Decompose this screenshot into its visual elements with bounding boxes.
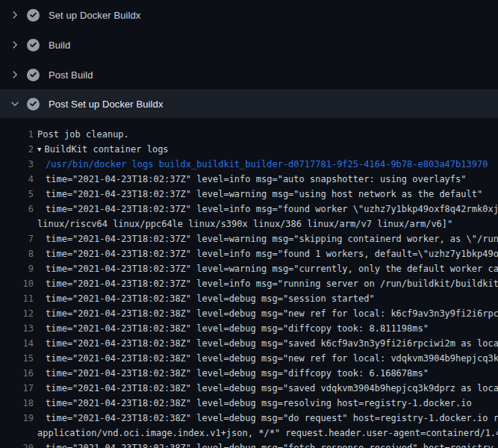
check-circle-icon bbox=[27, 39, 40, 52]
log-line-text: time="2021-04-23T18:02:38Z" level=debug … bbox=[46, 321, 429, 336]
check-circle-icon bbox=[27, 9, 40, 22]
log-line-text: application/vnd.oci.image.index.v1+json,… bbox=[37, 426, 498, 441]
step-header-expanded[interactable]: Post Set up Docker Buildx bbox=[0, 90, 498, 118]
log-line-number[interactable]: 13 bbox=[0, 321, 34, 336]
log-command-text: /usr/bin/docker logs buildx_buildkit_bui… bbox=[46, 157, 488, 172]
log-line: 2▼BuildKit container logs bbox=[0, 142, 498, 157]
log-line: 15time="2021-04-23T18:02:38Z" level=debu… bbox=[0, 351, 498, 366]
log-line-text: time="2021-04-23T18:02:38Z" level=debug … bbox=[46, 441, 498, 448]
log-line-text: time="2021-04-23T18:02:37Z" level=info m… bbox=[46, 202, 498, 217]
step-header[interactable]: Post Build bbox=[0, 60, 498, 90]
log-line-text: time="2021-04-23T18:02:38Z" level=debug … bbox=[46, 291, 375, 306]
log-line: 20time="2021-04-23T18:02:38Z" level=debu… bbox=[0, 441, 498, 448]
log-group-label: BuildKit container logs bbox=[44, 144, 168, 155]
log-line: 3/usr/bin/docker logs buildx_buildkit_bu… bbox=[0, 157, 498, 172]
log-line-number[interactable]: 17 bbox=[0, 381, 34, 396]
log-line-text: linux/riscv64 linux/ppc64le linux/s390x … bbox=[37, 217, 452, 231]
step-header[interactable]: Set up Docker Buildx bbox=[0, 0, 498, 30]
log-line: 10time="2021-04-23T18:02:37Z" level=info… bbox=[0, 276, 498, 291]
log-line-number[interactable]: 9 bbox=[0, 261, 34, 276]
log-line-text: time="2021-04-23T18:02:38Z" level=debug … bbox=[46, 366, 429, 381]
log-line-text: time="2021-04-23T18:02:37Z" level=info m… bbox=[46, 172, 467, 187]
log-line: 6time="2021-04-23T18:02:37Z" level=info … bbox=[0, 202, 498, 217]
log-line: 13time="2021-04-23T18:02:38Z" level=debu… bbox=[0, 321, 498, 336]
log-line-text: time="2021-04-23T18:02:37Z" level=warnin… bbox=[46, 231, 498, 246]
chevron-right-icon bbox=[9, 39, 21, 51]
log-line-number[interactable]: 7 bbox=[0, 231, 34, 246]
log-line-number[interactable]: 8 bbox=[0, 246, 34, 261]
chevron-down-icon bbox=[9, 98, 21, 110]
log-line-number[interactable]: 6 bbox=[0, 202, 34, 217]
log-line-text: time="2021-04-23T18:02:37Z" level=warnin… bbox=[46, 261, 498, 276]
log-line-text: time="2021-04-23T18:02:38Z" level=debug … bbox=[46, 351, 498, 366]
log-line: 5time="2021-04-23T18:02:37Z" level=warni… bbox=[0, 187, 498, 202]
log-line: 16time="2021-04-23T18:02:38Z" level=debu… bbox=[0, 366, 498, 381]
log-line-number[interactable]: 3 bbox=[0, 157, 34, 172]
step-title: Set up Docker Buildx bbox=[49, 10, 140, 21]
log-line-text: Post job cleanup. bbox=[37, 127, 129, 142]
log-line-number[interactable]: 20 bbox=[0, 441, 34, 448]
log-line-number[interactable]: 2 bbox=[0, 142, 34, 157]
log-line: 7time="2021-04-23T18:02:37Z" level=warni… bbox=[0, 231, 498, 246]
log-line-number[interactable]: 1 bbox=[0, 127, 34, 142]
log-line-text: time="2021-04-23T18:02:38Z" level=debug … bbox=[46, 411, 498, 426]
group-expanded-triangle-icon: ▼ bbox=[37, 142, 41, 157]
check-circle-icon bbox=[27, 69, 40, 81]
log-line: linux/riscv64 linux/ppc64le linux/s390x … bbox=[0, 217, 498, 231]
log-line-text: time="2021-04-23T18:02:38Z" level=debug … bbox=[46, 336, 498, 351]
log-line-text: time="2021-04-23T18:02:37Z" level=warnin… bbox=[46, 187, 482, 202]
log-line: 4time="2021-04-23T18:02:37Z" level=info … bbox=[0, 172, 498, 187]
log-lines: 1Post job cleanup.2▼BuildKit container l… bbox=[0, 118, 498, 448]
log-line: 18time="2021-04-23T18:02:38Z" level=debu… bbox=[0, 396, 498, 411]
step-title: Post Set up Docker Buildx bbox=[49, 99, 164, 110]
log-line: 19time="2021-04-23T18:02:38Z" level=debu… bbox=[0, 411, 498, 426]
chevron-right-icon bbox=[9, 69, 21, 81]
log-line-text: time="2021-04-23T18:02:38Z" level=debug … bbox=[46, 396, 472, 411]
log-line-number[interactable]: 18 bbox=[0, 396, 34, 411]
step-header[interactable]: Build bbox=[0, 30, 498, 60]
log-line-text: time="2021-04-23T18:02:37Z" level=info m… bbox=[46, 276, 498, 291]
log-line: 8time="2021-04-23T18:02:37Z" level=info … bbox=[0, 246, 498, 261]
log-line-number[interactable]: 16 bbox=[0, 366, 34, 381]
log-line-number bbox=[0, 426, 34, 441]
log-line-text: time="2021-04-23T18:02:37Z" level=info m… bbox=[46, 246, 498, 261]
log-line: application/vnd.oci.image.index.v1+json,… bbox=[0, 426, 498, 441]
step-title: Build bbox=[49, 40, 70, 51]
log-line-number[interactable]: 14 bbox=[0, 336, 34, 351]
chevron-right-icon bbox=[9, 9, 21, 21]
log-line-text: time="2021-04-23T18:02:38Z" level=debug … bbox=[46, 306, 498, 321]
steps-list: Set up Docker BuildxBuildPost BuildPost … bbox=[0, 0, 498, 118]
log-line: 9time="2021-04-23T18:02:37Z" level=warni… bbox=[0, 261, 498, 276]
log-line-number[interactable]: 12 bbox=[0, 306, 34, 321]
log-line-number[interactable]: 4 bbox=[0, 172, 34, 187]
log-line: 17time="2021-04-23T18:02:38Z" level=debu… bbox=[0, 381, 498, 396]
log-line-number[interactable]: 10 bbox=[0, 276, 34, 291]
log-line-number[interactable]: 11 bbox=[0, 291, 34, 306]
log-line: 14time="2021-04-23T18:02:38Z" level=debu… bbox=[0, 336, 498, 351]
log-line: 12time="2021-04-23T18:02:38Z" level=debu… bbox=[0, 306, 498, 321]
log-line-number bbox=[0, 217, 34, 231]
log-group-toggle[interactable]: ▼BuildKit container logs bbox=[37, 142, 169, 157]
log-line-number[interactable]: 15 bbox=[0, 351, 34, 366]
log-line: 11time="2021-04-23T18:02:38Z" level=debu… bbox=[0, 291, 498, 306]
log-line-number[interactable]: 19 bbox=[0, 411, 34, 426]
log-line: 1Post job cleanup. bbox=[0, 127, 498, 142]
step-title: Post Build bbox=[49, 69, 93, 81]
check-circle-icon bbox=[27, 98, 40, 111]
log-line-text: time="2021-04-23T18:02:38Z" level=debug … bbox=[46, 381, 498, 396]
log-line-number[interactable]: 5 bbox=[0, 187, 34, 202]
